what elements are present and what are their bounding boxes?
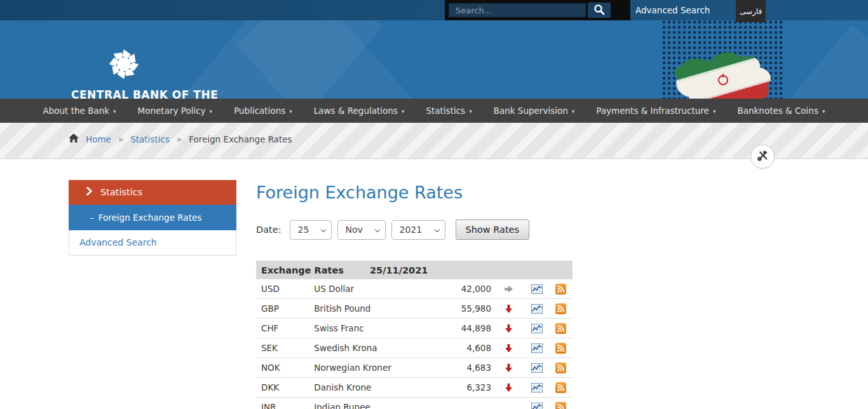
chart-link-icon[interactable] bbox=[526, 284, 549, 294]
exchange-rates-table: Exchange Rates 25/11/2021 USD US Dollar … bbox=[256, 261, 573, 409]
day-select[interactable]: 25 bbox=[290, 220, 332, 240]
rate-value: 6,323 bbox=[445, 382, 491, 392]
currency-code: GBP bbox=[261, 303, 314, 314]
caret-down-icon: ▾ bbox=[210, 107, 213, 114]
year-select[interactable]: 2021 bbox=[391, 220, 445, 240]
down-arrow-icon bbox=[505, 344, 512, 352]
chart-link-icon[interactable] bbox=[526, 343, 549, 353]
nav-label: Publications bbox=[234, 106, 285, 116]
down-arrow-icon bbox=[505, 305, 512, 313]
site-header: CENTRAL BANK OF THE ISLAMIC REPUBLIC OF … bbox=[0, 20, 868, 99]
bank-logo[interactable]: CENTRAL BANK OF THE ISLAMIC REPUBLIC OF … bbox=[71, 46, 217, 99]
caret-down-icon: ▾ bbox=[469, 107, 472, 114]
sidebar-menu: Statistics –Foreign Exchange Rates Advan… bbox=[69, 180, 236, 409]
sidebar-item-statistics[interactable]: Statistics bbox=[69, 180, 236, 205]
caret-down-icon: ▾ bbox=[822, 107, 825, 114]
nav-item-monetary-policy[interactable]: Monetary Policy▾ bbox=[138, 106, 213, 116]
trend-icon bbox=[491, 364, 526, 372]
exchange-rate-row: INR Indian Rupee bbox=[256, 398, 573, 409]
language-switch-farsi[interactable]: فارسی bbox=[736, 0, 766, 22]
caret-down-icon: ▾ bbox=[289, 107, 292, 114]
date-selector-row: Date: 25 Nov 2021 Show Rates bbox=[256, 219, 799, 240]
down-arrow-icon bbox=[505, 324, 512, 333]
exchange-rate-row: DKK Danish Krone 6,323 bbox=[256, 378, 573, 398]
nav-item-about-the-bank[interactable]: About the Bank▾ bbox=[43, 106, 116, 116]
rate-value: 4,608 bbox=[445, 343, 491, 353]
chevron-right-icon bbox=[86, 187, 92, 197]
month-select[interactable]: Nov bbox=[337, 220, 386, 240]
caret-down-icon: ▾ bbox=[113, 107, 116, 114]
iran-map-flag-image bbox=[665, 45, 782, 99]
breadcrumb: Home » Statistics » Foreign Exchange Rat… bbox=[69, 123, 799, 144]
breadcrumb-link-statistics[interactable]: Statistics bbox=[130, 134, 170, 144]
down-arrow-icon bbox=[505, 364, 512, 372]
nav-item-bank-supervision[interactable]: Bank Supervision▾ bbox=[494, 106, 575, 116]
nav-item-statistics[interactable]: Statistics▾ bbox=[426, 106, 471, 116]
chart-link-icon[interactable] bbox=[526, 304, 549, 314]
breadcrumb-link-home[interactable]: Home bbox=[86, 134, 111, 144]
bank-name-line1: CENTRAL BANK OF THE bbox=[71, 88, 217, 99]
chart-link-icon[interactable] bbox=[526, 324, 549, 333]
accessibility-tools-button[interactable] bbox=[750, 144, 775, 169]
table-header-title: Exchange Rates bbox=[261, 265, 370, 275]
currency-code: USD bbox=[261, 284, 314, 294]
rss-link-icon[interactable] bbox=[548, 363, 573, 373]
down-arrow-icon bbox=[505, 384, 512, 392]
exchange-rate-row: USD US Dollar 42,000 bbox=[256, 279, 573, 299]
exchange-rate-row: GBP British Pound 55,980 bbox=[256, 299, 573, 319]
rss-link-icon[interactable] bbox=[548, 284, 573, 295]
rss-link-icon[interactable] bbox=[548, 343, 573, 354]
currency-code: DKK bbox=[261, 382, 314, 392]
sidebar-item-dash: – bbox=[90, 212, 94, 223]
caret-down-icon: ▾ bbox=[402, 107, 405, 114]
advanced-search-link[interactable]: Advanced Search bbox=[635, 0, 710, 20]
trend-icon bbox=[491, 344, 526, 352]
rss-link-icon[interactable] bbox=[548, 323, 573, 334]
table-header-date: 25/11/2021 bbox=[370, 265, 428, 275]
rate-value: 4,683 bbox=[445, 363, 491, 373]
rate-value: 42,000 bbox=[445, 284, 491, 294]
currency-code: SEK bbox=[261, 343, 314, 353]
search-button[interactable] bbox=[588, 3, 611, 18]
trend-icon bbox=[491, 305, 526, 313]
search-input[interactable] bbox=[449, 3, 586, 17]
search-icon bbox=[593, 4, 605, 17]
rate-value: 44,898 bbox=[445, 323, 491, 333]
nav-item-laws-and-regulations[interactable]: Laws & Regulations▾ bbox=[314, 106, 405, 116]
table-header: Exchange Rates 25/11/2021 bbox=[256, 261, 573, 279]
exchange-rate-row: CHF Swiss Franc 44,898 bbox=[256, 319, 573, 338]
nav-item-banknotes-and-coins[interactable]: Banknotes & Coins▾ bbox=[737, 106, 825, 116]
nav-label: Monetary Policy bbox=[138, 106, 206, 116]
currency-name: Indian Rupee bbox=[314, 402, 445, 409]
trend-icon bbox=[491, 286, 526, 293]
currency-name: Norwegian Kroner bbox=[314, 363, 445, 373]
caret-down-icon: ▾ bbox=[713, 107, 716, 114]
currency-name: Swedish Krona bbox=[314, 343, 445, 353]
breadcrumb-separator: » bbox=[118, 134, 123, 144]
nav-label: Payments & Infrastructure bbox=[596, 106, 709, 116]
currency-name: British Pound bbox=[314, 303, 445, 314]
nav-item-publications[interactable]: Publications▾ bbox=[234, 106, 292, 116]
sidebar-item-foreign-exchange-rates[interactable]: –Foreign Exchange Rates bbox=[69, 205, 236, 230]
sidebar-item-label: Foreign Exchange Rates bbox=[98, 212, 202, 223]
chart-link-icon[interactable] bbox=[526, 383, 549, 392]
show-rates-button[interactable]: Show Rates bbox=[456, 219, 530, 240]
main-panel: Foreign Exchange Rates Date: 25 Nov 2021… bbox=[256, 180, 799, 409]
nav-item-payments-and-infrastructure[interactable]: Payments & Infrastructure▾ bbox=[596, 106, 715, 116]
exchange-rate-row: NOK Norwegian Kroner 4,683 bbox=[256, 358, 573, 378]
chart-link-icon[interactable] bbox=[526, 403, 549, 409]
currency-name: Swiss Franc bbox=[314, 323, 445, 333]
hammer-wrench-icon bbox=[757, 149, 769, 164]
nav-label: Statistics bbox=[426, 106, 465, 116]
home-icon bbox=[69, 134, 79, 144]
rss-link-icon[interactable] bbox=[548, 303, 573, 314]
rss-link-icon[interactable] bbox=[548, 402, 573, 409]
chart-link-icon[interactable] bbox=[526, 363, 549, 373]
currency-name: US Dollar bbox=[314, 284, 445, 294]
nav-label: Banknotes & Coins bbox=[737, 106, 818, 116]
content-area: Statistics –Foreign Exchange Rates Advan… bbox=[69, 159, 799, 409]
rss-link-icon[interactable] bbox=[548, 382, 573, 393]
rates-table-body: USD US Dollar 42,000 GBP British Pound 5… bbox=[256, 279, 573, 409]
sidebar-item-label: Advanced Search bbox=[79, 237, 157, 247]
sidebar-item-advanced-search[interactable]: Advanced Search bbox=[69, 230, 236, 256]
